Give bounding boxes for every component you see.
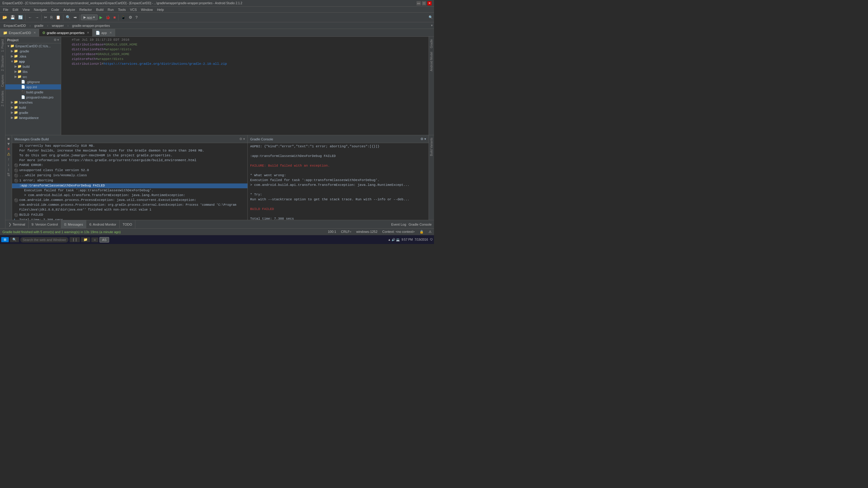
find-button[interactable]: 🔍 [64, 14, 72, 20]
sort-icon[interactable]: ⇅ [7, 172, 10, 177]
copy-button[interactable]: ⎘ [49, 14, 54, 20]
gradle-console-btn[interactable]: Gradle Console [409, 223, 432, 226]
down-icon[interactable]: ↓ [7, 162, 10, 167]
sdk-button[interactable]: ⚙ [127, 14, 133, 20]
help-tb-button[interactable]: ? [134, 14, 138, 20]
code-editor[interactable]: #Tue Jul 19 21:17:23 EDT 2016 distributi… [61, 37, 429, 135]
run-button[interactable]: ▶ [98, 14, 104, 20]
build-variants-label[interactable]: Build Variants [430, 136, 433, 157]
menu-vcs[interactable]: VCS [128, 7, 138, 12]
warning-filter-icon[interactable]: ⚠ [7, 152, 10, 156]
tree-app-iml[interactable]: 📄 app.iml [5, 84, 61, 90]
tab-empactcartdd-close[interactable]: ✕ [33, 31, 36, 34]
task-search-icon[interactable]: 🔍 [10, 237, 19, 242]
forward-button[interactable]: → [34, 14, 40, 20]
run-config-dropdown[interactable]: ▶ app ▾ [81, 14, 98, 20]
sidebar-android-model-label[interactable]: Android Model [430, 51, 433, 72]
close-button[interactable]: ✕ [427, 1, 432, 5]
menu-build[interactable]: Build [94, 7, 105, 12]
tab-gradle-wrapper-close[interactable]: ✕ [87, 31, 89, 34]
btab-messages[interactable]: 0: Messages [61, 220, 86, 228]
gradle-minimize-icon[interactable]: ▾ [424, 137, 426, 141]
tree-dotgradle[interactable]: ▶ 📁 .gradle [5, 48, 61, 54]
menu-view[interactable]: View [21, 7, 32, 12]
sidebar-favorites-label[interactable]: 2: Favorites [1, 90, 4, 107]
tab-empactcartdd[interactable]: 📁 EmpactCartDD ✕ [0, 29, 39, 36]
sync-button[interactable]: 🔄 [17, 14, 24, 20]
sidebar-project-label[interactable]: 1: Project [1, 38, 4, 53]
sidebar-structure-label[interactable]: 2: Structure [1, 54, 4, 72]
tree-dotidea[interactable]: ▶ 📁 .idea [5, 54, 61, 59]
btab-version-control[interactable]: 9: Version Control [29, 220, 61, 228]
tree-build2[interactable]: ▶ 📁 build [5, 105, 61, 110]
task-android-studio[interactable]: AS [99, 237, 110, 242]
minimize-button[interactable]: — [416, 1, 421, 5]
stop-button[interactable]: ■ [112, 14, 117, 20]
props-icon: ⚙ [42, 31, 45, 35]
error-filter-icon[interactable]: ✕ [7, 147, 10, 151]
msg-text-4: For more information see https://docs.gr… [19, 158, 196, 162]
tree-build-gradle[interactable]: ⚫ build.gradle [5, 90, 61, 95]
up-icon[interactable]: ↑ [7, 157, 10, 161]
sidebar-captures-label[interactable]: Captures [1, 73, 4, 88]
menu-tools[interactable]: Tools [116, 7, 127, 12]
start-button[interactable]: ⊞ [1, 237, 9, 242]
nav-gradle-wrapper-props[interactable]: gradle-wrapper.properties [70, 23, 112, 28]
task-view-button[interactable]: ❘❘ [70, 237, 80, 242]
menu-file[interactable]: File [1, 7, 10, 12]
taskbar-search[interactable] [20, 237, 68, 242]
filter-icon[interactable]: ▼ [7, 141, 10, 146]
tree-branches[interactable]: ▶ 📁 branches [5, 100, 61, 105]
sidebar-settings-icon[interactable]: ⚙ [54, 38, 57, 42]
btab-terminal[interactable]: ❯ Terminal [5, 220, 29, 228]
menu-help[interactable]: Help [155, 7, 166, 12]
nav-empactcartdd[interactable]: EmpactCartDD [1, 23, 28, 28]
sidebar-gradle-label[interactable]: Gradle [430, 38, 433, 50]
tree-build[interactable]: ▶ 📁 build [5, 64, 61, 69]
menu-run[interactable]: Run [106, 7, 116, 12]
menu-edit[interactable]: Edit [11, 7, 20, 12]
nav-gradle[interactable]: gradle [32, 23, 46, 28]
msg-line-9[interactable]: :app:transformClassesWithDexForDebug FAI… [12, 184, 247, 188]
maximize-button[interactable]: □ [422, 1, 426, 5]
tree-gitignore[interactable]: 📄 .gitignore [5, 79, 61, 84]
paste-button[interactable]: 📋 [55, 14, 62, 20]
tree-src[interactable]: ▶ 📁 src [5, 74, 61, 79]
tree-libs[interactable]: ▶ 📁 libs [5, 69, 61, 74]
debug-button[interactable]: 🐞 [104, 14, 112, 20]
cut-button[interactable]: ✂ [43, 14, 49, 20]
avd-button[interactable]: 📱 [120, 14, 127, 20]
task-explorer[interactable]: 📁 [81, 237, 90, 242]
stop-msg-icon[interactable]: ■ [7, 136, 10, 141]
tab-gradle-wrapper-props[interactable]: ⚙ gradle-wrapper.properties ✕ [39, 29, 93, 36]
expand-all-icon[interactable]: ↕ [7, 167, 10, 172]
task-chrome[interactable]: ○ [91, 237, 98, 242]
save-button[interactable]: 💾 [9, 14, 16, 20]
menu-refactor[interactable]: Refactor [78, 7, 94, 12]
back-button[interactable]: ← [27, 14, 33, 20]
open-button[interactable]: 📂 [1, 14, 8, 20]
menu-code[interactable]: Code [50, 7, 61, 12]
tab-app[interactable]: 📄 app ✕ [93, 29, 115, 36]
tree-empactcartdd[interactable]: ▼ 📁 EmpactCartDD (C:\Us... [5, 43, 61, 48]
tree-proguard[interactable]: 📄 proguard-rules.pro [5, 95, 61, 100]
search-icon[interactable]: 🔍 [429, 15, 433, 19]
menu-analyze[interactable]: Analyze [61, 7, 77, 12]
sidebar-gear-icon[interactable]: ▾ [57, 38, 59, 42]
breadcrumb-expand-icon[interactable]: ▾ [431, 24, 433, 27]
event-log-btn[interactable]: Event Log [391, 223, 406, 226]
btab-android-monitor[interactable]: 6: Android Monitor [86, 220, 119, 228]
replace-button[interactable]: ➡ [72, 14, 78, 20]
tree-gradle2[interactable]: ▶ 📁 gradle [5, 110, 61, 115]
tab-app-close[interactable]: ✕ [110, 31, 112, 34]
btab-todo[interactable]: TODO [120, 220, 135, 228]
menu-navigate[interactable]: Navigate [32, 7, 49, 12]
tree-laneguidance[interactable]: ▶ 📁 laneguidance [5, 115, 61, 120]
msg-line-7: ⚫ ...while parsing ivs/Anomaly.class [12, 173, 247, 178]
nav-wrapper[interactable]: wrapper [50, 23, 66, 28]
gradle-settings-icon[interactable]: ⚙ [421, 137, 424, 141]
tree-app[interactable]: ▼ 📂 app [5, 59, 61, 64]
messages-settings-icon[interactable]: ⚙ [239, 137, 242, 141]
menu-window[interactable]: Window [139, 7, 155, 12]
messages-minimize-icon[interactable]: ▾ [243, 137, 245, 141]
